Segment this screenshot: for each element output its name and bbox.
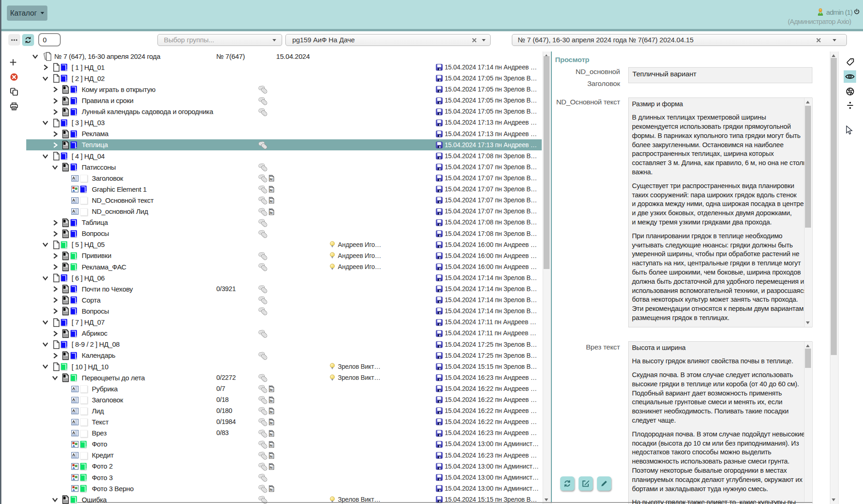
svg-text:lc: lc <box>270 432 273 436</box>
svg-text:lc: lc <box>270 399 273 403</box>
svg-text:lc: lc <box>270 454 273 458</box>
svg-text:A: A <box>72 175 75 180</box>
svg-text:lc: lc <box>270 421 273 425</box>
svg-text:A: A <box>72 209 75 213</box>
svg-text:A: A <box>72 408 75 412</box>
svg-text:lc: lc <box>270 410 273 414</box>
svg-text:lc: lc <box>270 443 273 447</box>
svg-text:lc: lc <box>270 487 273 492</box>
svg-text:A: A <box>72 430 75 435</box>
svg-text:lc: lc <box>270 199 273 203</box>
svg-text:A: A <box>72 386 75 390</box>
svg-text:lc: lc <box>270 388 273 392</box>
svg-text:lc: lc <box>270 177 273 181</box>
svg-text:lc: lc <box>270 210 273 214</box>
svg-text:A: A <box>72 397 75 401</box>
svg-text:A: A <box>72 198 75 202</box>
svg-text:lc: lc <box>270 465 273 470</box>
svg-text:A: A <box>72 419 75 424</box>
svg-text:A: A <box>72 452 75 457</box>
svg-text:lc: lc <box>270 188 273 192</box>
